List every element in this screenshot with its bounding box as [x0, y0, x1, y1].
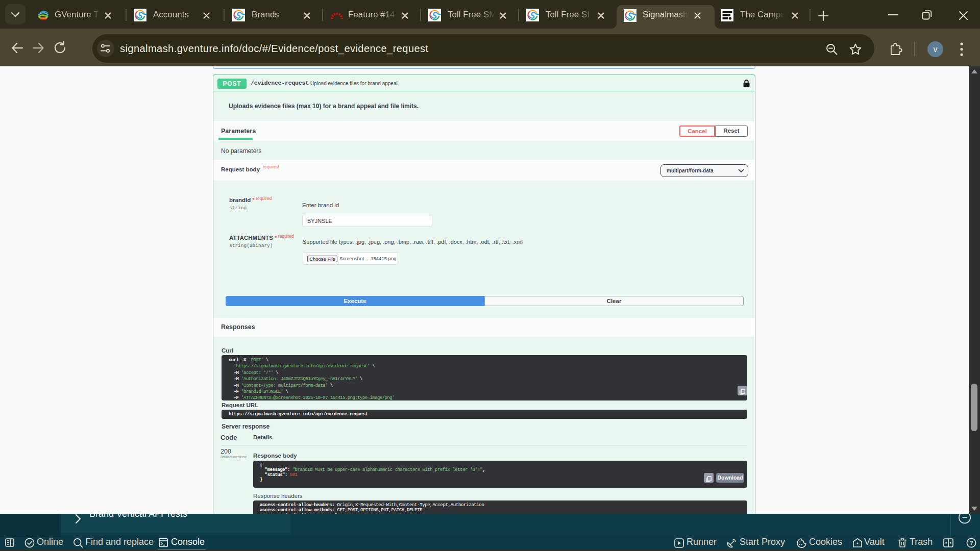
svg-text:?: ? [969, 540, 973, 546]
